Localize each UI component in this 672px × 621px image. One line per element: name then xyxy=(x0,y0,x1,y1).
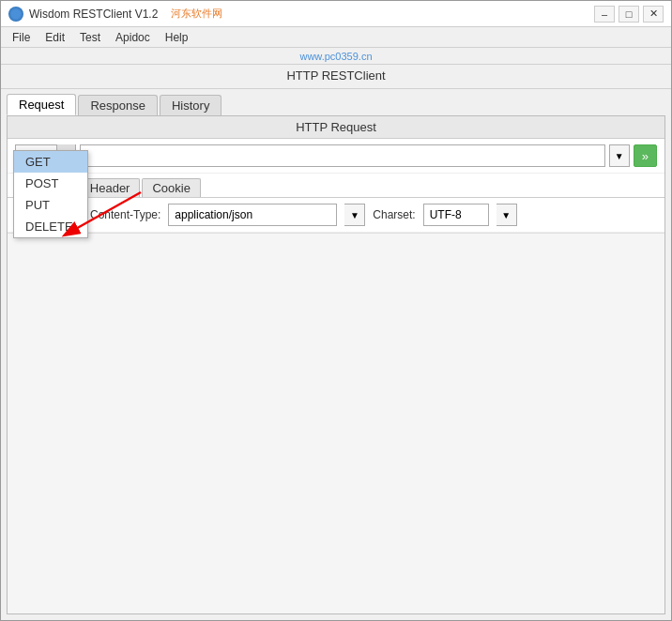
dropdown-item-put[interactable]: PUT xyxy=(14,194,87,216)
sub-tab-header[interactable]: Header xyxy=(80,178,141,197)
title-bar-left: Wisdom RESTClient V1.2 河东软件网 xyxy=(8,7,222,22)
window-controls: – □ ✕ xyxy=(594,6,664,23)
params-row: String ▼ Content-Type: ▼ Charset: ▼ xyxy=(8,198,664,233)
charset-input[interactable] xyxy=(423,204,489,226)
app-title-bar: HTTP RESTClient xyxy=(1,65,671,89)
main-window: Wisdom RESTClient V1.2 河东软件网 – □ ✕ File … xyxy=(0,0,672,621)
section-header: HTTP Request xyxy=(8,116,664,139)
url-input[interactable] xyxy=(80,144,605,167)
menu-bar: File Edit Test Apidoc Help xyxy=(1,27,671,48)
sub-tabs: Params Header Cookie xyxy=(8,174,664,198)
sub-tab-cookie[interactable]: Cookie xyxy=(142,178,200,197)
watermark-bar: www.pc0359.cn xyxy=(1,48,671,65)
dropdown-item-post[interactable]: POST xyxy=(14,173,87,194)
watermark-url: www.pc0359.cn xyxy=(299,51,372,62)
charset-dropdown[interactable]: ▼ xyxy=(496,204,517,226)
app-section-title: HTTP RESTClient xyxy=(286,68,385,83)
body-area xyxy=(8,233,664,613)
method-dropdown-menu: GET POST PUT DELETE xyxy=(13,150,88,238)
close-button[interactable]: ✕ xyxy=(643,6,664,23)
charset-label: Charset: xyxy=(373,208,415,221)
menu-help[interactable]: Help xyxy=(158,29,196,46)
menu-test[interactable]: Test xyxy=(72,29,108,46)
tab-response[interactable]: Response xyxy=(78,95,158,115)
content-type-input[interactable] xyxy=(168,204,337,226)
content-area: HTTP Request GET ▼ ▼ » Params Header Coo… xyxy=(7,115,665,614)
tab-request[interactable]: Request xyxy=(7,94,76,115)
app-icon xyxy=(8,7,23,22)
app-title: Wisdom RESTClient V1.2 xyxy=(29,8,158,21)
main-tabs: Request Response History xyxy=(1,89,671,115)
send-button[interactable]: » xyxy=(634,144,657,167)
menu-file[interactable]: File xyxy=(5,29,38,46)
menu-edit[interactable]: Edit xyxy=(38,29,72,46)
menu-apidoc[interactable]: Apidoc xyxy=(108,29,158,46)
url-row: GET ▼ ▼ » xyxy=(8,139,664,174)
maximize-button[interactable]: □ xyxy=(619,6,639,23)
dropdown-item-delete[interactable]: DELETE xyxy=(14,216,87,237)
url-history-dropdown[interactable]: ▼ xyxy=(609,144,630,167)
dropdown-item-get[interactable]: GET xyxy=(14,151,87,173)
content-type-dropdown[interactable]: ▼ xyxy=(344,204,365,226)
watermark-site: 河东软件网 xyxy=(171,7,222,21)
content-type-label: Content-Type: xyxy=(90,208,160,221)
title-bar: Wisdom RESTClient V1.2 河东软件网 – □ ✕ xyxy=(1,1,671,27)
minimize-button[interactable]: – xyxy=(594,6,615,23)
tab-history[interactable]: History xyxy=(160,95,221,115)
